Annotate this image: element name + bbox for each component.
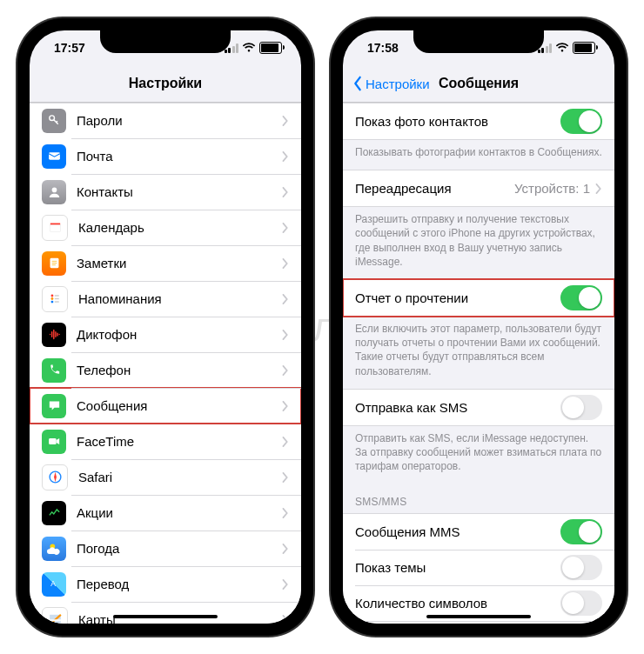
phone-right: 17:58 Настройки Сообщения Показ фото кон… bbox=[331, 18, 627, 636]
chevron-right-icon bbox=[282, 258, 289, 269]
chevron-right-icon bbox=[282, 401, 289, 411]
phone-left: 17:57 Настройки Пароли Почта Контакты Ка… bbox=[17, 18, 313, 636]
svg-point-0 bbox=[49, 116, 54, 121]
svg-rect-3 bbox=[50, 224, 59, 225]
row-send-as-sms[interactable]: Отправка как SMS bbox=[343, 389, 614, 426]
svg-point-10 bbox=[50, 297, 53, 300]
row-label: Перевод bbox=[77, 577, 282, 591]
settings-row-calendar[interactable]: Календарь bbox=[30, 210, 301, 245]
reminders-icon bbox=[42, 286, 68, 312]
show-subject-toggle[interactable] bbox=[560, 555, 602, 580]
row-label: Контакты bbox=[77, 184, 282, 199]
svg-point-2 bbox=[51, 188, 57, 193]
chevron-right-icon bbox=[282, 330, 289, 340]
chevron-right-icon bbox=[282, 187, 289, 197]
mail-icon bbox=[42, 144, 66, 169]
status-time: 17:57 bbox=[54, 41, 85, 55]
section-footer: Разрешить отправку и получение текстовых… bbox=[343, 207, 614, 279]
row-label: Заметки bbox=[77, 256, 282, 270]
row-mms-messaging[interactable]: Сообщения MMS bbox=[343, 513, 614, 550]
safari-icon bbox=[42, 464, 68, 490]
svg-rect-4 bbox=[50, 225, 59, 232]
calendar-icon bbox=[42, 215, 68, 241]
row-show-subject[interactable]: Показ темы bbox=[343, 550, 614, 585]
settings-row-maps[interactable]: Карты bbox=[30, 602, 301, 624]
wifi-icon bbox=[555, 43, 569, 53]
settings-row-safari[interactable]: Safari bbox=[30, 459, 301, 495]
row-label: Диктофон bbox=[77, 327, 282, 342]
section-footer: Показывать фотографии контактов в Сообще… bbox=[343, 140, 614, 170]
section-footer: Отправить как SMS, если iMessage недосту… bbox=[343, 426, 614, 484]
row-label: Количество символов bbox=[355, 596, 560, 611]
row-read-receipts[interactable]: Отчет о прочтении bbox=[343, 279, 614, 317]
chevron-right-icon bbox=[282, 294, 289, 304]
settings-row-weather[interactable]: Погода bbox=[30, 531, 301, 566]
settings-row-voice-memos[interactable]: Диктофон bbox=[30, 317, 301, 352]
home-indicator[interactable] bbox=[113, 615, 218, 618]
chevron-right-icon bbox=[282, 116, 289, 126]
notch bbox=[100, 30, 231, 53]
row-label: Сообщения bbox=[77, 398, 282, 413]
row-blocked-contacts[interactable]: Заблокированные контакты bbox=[343, 621, 614, 624]
back-button[interactable]: Настройки bbox=[352, 76, 430, 91]
row-label: Акции bbox=[77, 505, 282, 520]
settings-row-reminders[interactable]: Напоминания bbox=[30, 281, 301, 317]
mms-messaging-toggle[interactable] bbox=[560, 519, 602, 544]
home-indicator[interactable] bbox=[426, 615, 531, 618]
row-label: Погода bbox=[77, 541, 282, 556]
maps-icon bbox=[42, 607, 68, 624]
status-time: 17:58 bbox=[367, 41, 399, 55]
back-label: Настройки bbox=[366, 77, 430, 91]
section-footer: Если включить этот параметр, пользовател… bbox=[343, 317, 614, 389]
char-count-toggle[interactable] bbox=[560, 591, 602, 616]
battery-icon bbox=[573, 42, 595, 54]
row-value: Устройств: 1 bbox=[514, 181, 590, 196]
navbar: Настройки Сообщения bbox=[343, 65, 614, 103]
facetime-icon bbox=[42, 430, 66, 454]
settings-row-mail[interactable]: Почта bbox=[30, 138, 301, 174]
svg-point-11 bbox=[50, 301, 53, 304]
row-label: Пароли bbox=[77, 113, 282, 128]
settings-list[interactable]: Пароли Почта Контакты Календарь Заметки … bbox=[30, 103, 301, 624]
stocks-icon bbox=[42, 501, 66, 525]
chevron-right-icon bbox=[282, 151, 289, 162]
settings-row-stocks[interactable]: Акции bbox=[30, 495, 301, 531]
notes-icon bbox=[42, 251, 66, 276]
row-show-contact-photos[interactable]: Показ фото контактов bbox=[343, 103, 614, 140]
passwords-icon bbox=[42, 109, 66, 133]
chevron-right-icon bbox=[282, 437, 289, 447]
row-label: Показ темы bbox=[355, 560, 560, 575]
chevron-right-icon bbox=[282, 223, 289, 233]
row-label: Отправка как SMS bbox=[355, 400, 560, 415]
settings-row-phone[interactable]: Телефон bbox=[30, 352, 301, 388]
settings-row-messages[interactable]: Сообщения bbox=[30, 388, 301, 424]
chevron-right-icon bbox=[282, 508, 289, 518]
svg-point-9 bbox=[50, 295, 53, 297]
row-label: Отчет о прочтении bbox=[355, 290, 560, 305]
messages-settings-list[interactable]: Показ фото контактовПоказывать фотографи… bbox=[343, 103, 614, 624]
row-label: Напоминания bbox=[78, 291, 282, 306]
translate-icon: А bbox=[42, 572, 66, 597]
settings-row-notes[interactable]: Заметки bbox=[30, 245, 301, 281]
settings-row-contacts[interactable]: Контакты bbox=[30, 174, 301, 210]
row-label: Телефон bbox=[77, 363, 282, 377]
page-title: Настройки bbox=[129, 76, 202, 91]
send-as-sms-toggle[interactable] bbox=[560, 395, 602, 420]
settings-row-passwords[interactable]: Пароли bbox=[30, 103, 301, 138]
row-text-forwarding[interactable]: ПереадресацияУстройств: 1 bbox=[343, 170, 614, 207]
show-contact-photos-toggle[interactable] bbox=[560, 109, 602, 134]
read-receipts-toggle[interactable] bbox=[560, 285, 602, 310]
notch bbox=[413, 30, 544, 53]
chevron-right-icon bbox=[595, 184, 602, 194]
chevron-right-icon bbox=[282, 472, 289, 483]
settings-row-facetime[interactable]: FaceTime bbox=[30, 424, 301, 459]
settings-row-translate[interactable]: А Перевод bbox=[30, 566, 301, 602]
weather-icon bbox=[42, 537, 66, 561]
messages-icon bbox=[42, 394, 66, 418]
svg-rect-15 bbox=[49, 438, 57, 444]
battery-icon bbox=[259, 42, 282, 54]
chevron-right-icon bbox=[282, 615, 289, 624]
svg-rect-1 bbox=[49, 152, 60, 160]
page-title: Сообщения bbox=[439, 76, 519, 91]
section-header: SMS/MMS bbox=[343, 484, 614, 513]
